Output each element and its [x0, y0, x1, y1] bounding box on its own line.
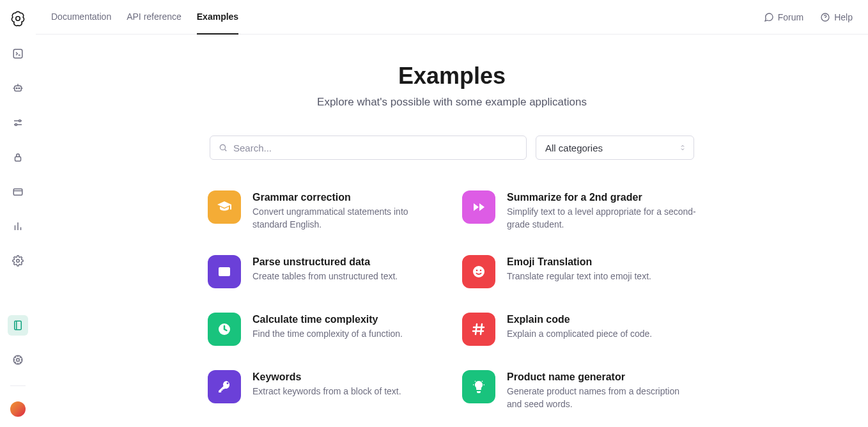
example-desc: Find the time complexity of a function. [252, 328, 403, 341]
help-label: Help [834, 12, 853, 22]
smile-icon [462, 255, 495, 288]
forum-icon [764, 12, 774, 22]
help-icon [820, 12, 830, 22]
forum-label: Forum [778, 12, 803, 22]
example-desc: Extract keywords from a block of text. [252, 385, 401, 398]
sidebar [0, 0, 36, 427]
svg-point-12 [16, 359, 19, 362]
playground-icon[interactable] [8, 43, 28, 64]
example-card[interactable]: Calculate time complexity Find the time … [208, 313, 442, 346]
settings-icon[interactable] [8, 251, 28, 271]
tab-api-reference[interactable]: API reference [127, 0, 182, 35]
example-card[interactable]: Product name generator Generate product … [462, 370, 696, 410]
example-title: Calculate time complexity [252, 314, 403, 325]
tab-documentation[interactable]: Documentation [51, 0, 111, 35]
svg-point-17 [476, 270, 478, 272]
svg-rect-7 [15, 157, 20, 161]
example-title: Parse unstructured data [252, 256, 398, 268]
chevron-up-down-icon [679, 143, 686, 153]
example-title: Grammar correction [252, 192, 442, 203]
svg-point-9 [16, 260, 19, 263]
api-keys-icon[interactable] [8, 147, 28, 167]
example-title: Emoji Translation [507, 256, 651, 268]
example-title: Keywords [252, 371, 401, 383]
example-desc: Create tables from unstructured text. [252, 270, 398, 283]
avatar[interactable] [10, 401, 26, 417]
example-desc: Simplify text to a level appropriate for… [507, 206, 696, 231]
example-card[interactable]: Keywords Extract keywords from a block o… [208, 370, 442, 410]
example-desc: Explain a complicated piece of code. [507, 328, 652, 341]
usage-icon[interactable] [8, 216, 28, 237]
svg-point-4 [19, 88, 20, 89]
hash-icon [462, 313, 495, 346]
key-icon [208, 370, 241, 403]
forum-link[interactable]: Forum [764, 12, 803, 22]
fine-tuning-icon[interactable] [8, 113, 28, 133]
clock-icon [208, 313, 241, 346]
docs-icon[interactable] [8, 315, 28, 336]
assistants-icon[interactable] [8, 78, 28, 98]
fast-forward-icon [462, 190, 495, 224]
svg-rect-10 [14, 321, 21, 330]
tab-examples[interactable]: Examples [197, 0, 238, 35]
example-title: Explain code [507, 314, 652, 325]
example-card[interactable]: Parse unstructured data Create tables fr… [208, 255, 442, 288]
top-nav: Documentation API reference Examples For… [36, 0, 868, 35]
svg-point-0 [15, 17, 20, 21]
bulb-icon [462, 370, 495, 403]
category-select[interactable]: All categories [536, 136, 694, 160]
svg-point-14 [220, 144, 225, 150]
example-desc: Generate product names from a descriptio… [507, 385, 696, 410]
files-icon[interactable] [8, 182, 28, 202]
search-icon [219, 143, 228, 152]
example-card[interactable]: Grammar correction Convert ungrammatical… [208, 190, 442, 231]
help-link[interactable]: Help [820, 12, 853, 22]
help-center-icon[interactable] [8, 350, 28, 370]
openai-logo[interactable] [10, 10, 26, 27]
search-input[interactable] [210, 136, 527, 160]
graduation-icon [208, 190, 241, 224]
example-title: Product name generator [507, 371, 696, 383]
svg-point-6 [15, 124, 17, 126]
svg-point-5 [19, 120, 20, 122]
example-card[interactable]: Emoji Translation Translate regular text… [462, 255, 696, 288]
example-desc: Translate regular text into emoji text. [507, 270, 651, 283]
svg-point-16 [473, 266, 484, 277]
svg-point-18 [480, 270, 482, 272]
page-title: Examples [36, 63, 868, 89]
example-card[interactable]: Summarize for a 2nd grader Simplify text… [462, 190, 696, 231]
svg-point-3 [16, 88, 17, 89]
example-card[interactable]: Explain code Explain a complicated piece… [462, 313, 696, 346]
example-title: Summarize for a 2nd grader [507, 192, 696, 203]
svg-rect-2 [14, 86, 21, 91]
svg-rect-8 [13, 189, 22, 196]
page-subtitle: Explore what's possible with some exampl… [36, 96, 868, 109]
example-desc: Convert ungrammatical statements into st… [252, 206, 442, 231]
table-icon [208, 255, 241, 288]
